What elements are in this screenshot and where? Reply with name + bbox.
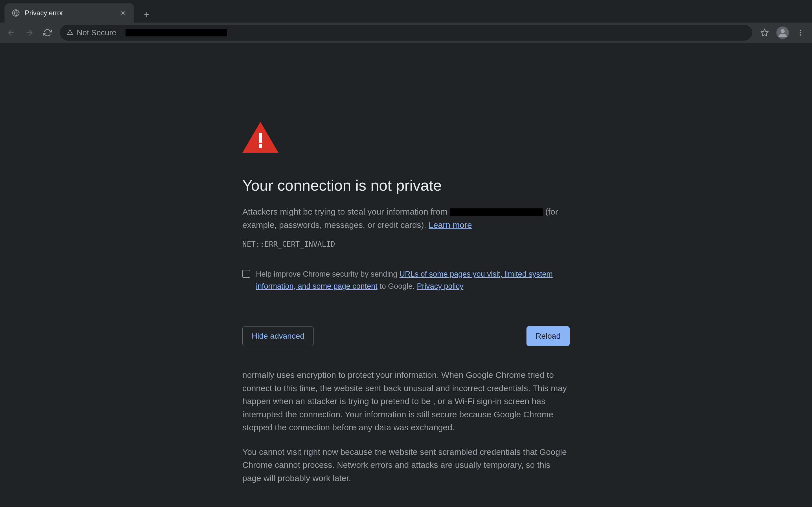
opt-in-prefix: Help improve Chrome security by sending bbox=[256, 270, 399, 278]
security-indicator[interactable]: Not Secure bbox=[67, 28, 121, 37]
warning-body: Attackers might be trying to steal your … bbox=[242, 205, 570, 231]
back-button[interactable] bbox=[3, 25, 19, 41]
button-row: Hide advanced Reload bbox=[242, 326, 570, 346]
tab-bar: Privacy error bbox=[0, 0, 812, 22]
body-prefix: Attackers might be trying to steal your … bbox=[242, 207, 450, 216]
bookmark-button[interactable] bbox=[757, 25, 772, 41]
opt-in-checkbox[interactable] bbox=[242, 270, 250, 278]
tab-title: Privacy error bbox=[25, 9, 118, 17]
privacy-policy-link[interactable]: Privacy policy bbox=[417, 282, 463, 290]
opt-in-mid: to Google. bbox=[378, 282, 417, 290]
page-title: Your connection is not private bbox=[242, 176, 570, 194]
browser-toolbar: Not Secure bbox=[0, 22, 812, 43]
url-text-redacted bbox=[125, 29, 227, 36]
opt-in-section: Help improve Chrome security by sending … bbox=[242, 268, 570, 292]
svg-rect-6 bbox=[259, 133, 262, 143]
svg-rect-7 bbox=[259, 145, 262, 148]
page-content: Your connection is not private Attackers… bbox=[0, 43, 812, 496]
svg-point-3 bbox=[800, 30, 802, 31]
new-tab-button[interactable] bbox=[139, 7, 155, 22]
learn-more-link[interactable]: Learn more bbox=[429, 220, 472, 230]
svg-point-5 bbox=[800, 35, 802, 36]
advanced-paragraph-1: normally uses encryption to protect your… bbox=[242, 369, 570, 434]
close-tab-button[interactable] bbox=[118, 8, 127, 17]
warning-triangle-icon bbox=[67, 29, 73, 37]
svg-point-2 bbox=[781, 29, 785, 33]
reload-page-button[interactable]: Reload bbox=[527, 326, 570, 346]
hide-advanced-button[interactable]: Hide advanced bbox=[242, 326, 314, 346]
address-bar[interactable]: Not Secure bbox=[60, 25, 752, 41]
profile-button[interactable] bbox=[775, 25, 791, 41]
reload-button[interactable] bbox=[40, 25, 55, 41]
globe-icon bbox=[11, 8, 20, 17]
advanced-paragraph-2: You cannot visit right now because the w… bbox=[242, 446, 570, 485]
error-code: NET::ERR_CERT_INVALID bbox=[242, 240, 570, 248]
redacted-host bbox=[450, 208, 543, 216]
security-interstitial: Your connection is not private Attackers… bbox=[242, 122, 570, 496]
adv-p2-a: You cannot visit bbox=[242, 447, 304, 456]
browser-tab[interactable]: Privacy error bbox=[4, 3, 134, 22]
forward-button[interactable] bbox=[21, 25, 37, 41]
large-warning-icon bbox=[242, 122, 570, 154]
avatar-icon bbox=[776, 26, 789, 39]
svg-point-4 bbox=[800, 32, 802, 34]
opt-in-text: Help improve Chrome security by sending … bbox=[256, 268, 570, 292]
menu-button[interactable] bbox=[793, 25, 809, 41]
security-label: Not Secure bbox=[77, 28, 116, 37]
